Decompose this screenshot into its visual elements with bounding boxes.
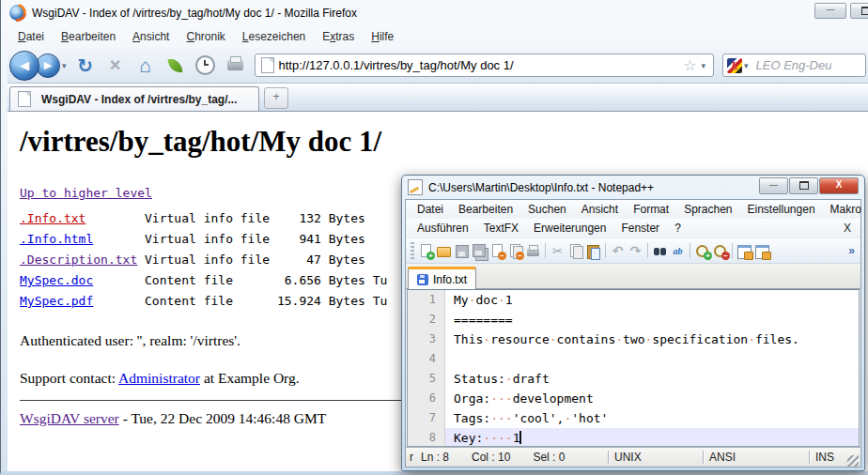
search-box[interactable]: ▾ LEO Eng-Deu [722,54,866,77]
np-menu-datei[interactable]: Datei [410,201,451,218]
file-link--info-html[interactable]: .Info.html [20,229,145,250]
printer-icon [227,60,243,70]
open-icon[interactable] [436,243,452,259]
new-tab-button[interactable]: + [264,87,288,109]
editor-line[interactable]: 4 [408,349,859,369]
undo-icon[interactable]: ↶ [610,243,626,259]
np-menu-suchen[interactable]: Suchen [520,201,574,218]
url-text[interactable]: http://127.0.0.1/virtres/by_tag/hot/My d… [279,58,681,72]
url-dropdown-icon[interactable]: ▾ [701,61,705,70]
menu-lesezeichen[interactable]: Lesezeichen [236,28,312,45]
tab-wsgidav[interactable]: WsgiDAV - Index of /virtres/by_tag/... [9,86,259,111]
zoom-out-icon[interactable]: − [712,243,728,259]
cut-icon[interactable]: ✂ [550,243,566,259]
editor-line[interactable]: 5Status:·draft [408,369,859,389]
maximize-icon [861,7,868,15]
menu-datei[interactable]: Datei [11,28,51,45]
line-text[interactable]: My·doc·1 [445,290,859,310]
paste-icon[interactable] [585,243,601,259]
menu-bearbeiten[interactable]: Bearbeiten [54,28,122,45]
line-text[interactable]: Key:····1 [445,428,859,447]
np-menu-sprachen[interactable]: Sprachen [676,201,739,218]
line-text[interactable]: ======== [445,310,859,329]
find-icon[interactable] [652,243,668,259]
np-menu-ausführen[interactable]: Ausführen [410,220,476,237]
menu-extras[interactable]: Extras [316,28,361,45]
leo-search-engine-icon[interactable] [727,58,742,73]
up-to-higher-level-link[interactable]: Up to higher level [20,183,152,204]
menu-hilfe[interactable]: Hilfe [364,28,400,45]
new-file-icon[interactable]: + [418,243,434,259]
line-text[interactable] [445,349,859,369]
editor-line[interactable]: 8Key:····1 [408,428,859,447]
line-number: 5 [408,369,445,389]
np-menu-format[interactable]: Format [626,201,676,218]
notepadpp-titlebar[interactable]: C:\Users\Martin\Desktop\Info.txt - Notep… [405,176,861,199]
line-text[interactable]: This·resource·contains·two·specification… [445,329,859,349]
toolbar-overflow-icon[interactable]: » [848,244,855,257]
view-lock-1-icon[interactable] [736,243,752,259]
extension-leaf-button[interactable] [163,54,188,78]
wsgidav-server-link[interactable]: WsgiDAV server [20,410,119,426]
file-link-myspec-doc[interactable]: MySpec.doc [20,270,145,291]
line-text[interactable]: Status:·draft [445,369,859,389]
file-link--description-txt[interactable]: .Description.txt [20,250,145,270]
reload-button[interactable]: ↻ [73,54,98,78]
np-menu-einstellungen[interactable]: Einstellungen [740,201,823,218]
stop-button[interactable]: × [103,54,128,78]
firefox-titlebar[interactable]: WsgiDAV - Index of /virtres/by_tag/hot/M… [8,0,868,25]
np-menu-ansicht[interactable]: Ansicht [574,201,626,218]
toolbar-grip[interactable] [411,242,414,259]
whitespace-dot: · [469,293,476,307]
editor-line[interactable]: 6Orga:···development [408,389,859,408]
np-close-button[interactable]: X [819,177,859,194]
np-menu-textfx[interactable]: TextFX [476,220,526,237]
menu-ansicht[interactable]: Ansicht [126,28,176,45]
whitespace-dot: · [483,332,490,346]
np-menu-fenster[interactable]: Fenster [613,220,667,237]
np-doc-close-button[interactable]: X [844,222,860,235]
line-text[interactable]: Orga:···development [445,389,859,408]
print-button[interactable] [224,54,248,78]
close-icon[interactable]: − [489,243,505,259]
print-icon[interactable] [525,243,541,259]
administrator-link[interactable]: Administrator [118,370,200,386]
bookmark-star-icon[interactable]: ☆ [683,56,696,74]
url-bar[interactable]: http://127.0.0.1/virtres/by_tag/hot/My d… [255,54,714,77]
np-restore-button[interactable] [789,177,818,194]
view-lock-2-icon[interactable] [754,243,770,259]
editor-line[interactable]: 3This·resource·contains·two·specificatio… [408,329,859,349]
history-dropdown-icon[interactable]: ▾ [62,61,67,70]
whitespace-dot: · [645,332,653,346]
save-all-icon[interactable] [472,243,488,259]
np-menu-help[interactable]: ? [667,220,689,237]
file-link--info-txt[interactable]: .Info.txt [20,208,145,229]
home-button[interactable]: ⌂ [133,54,158,78]
editor-line[interactable]: 7Tags:···'cool',·'hot' [408,408,859,428]
editor-area[interactable]: 1My·doc·12========3This·resource·contain… [407,289,860,447]
file-link-myspec-pdf[interactable]: MySpec.pdf [20,291,145,312]
editor-line[interactable]: 2======== [408,310,859,329]
minimize-button[interactable]: — [814,3,846,19]
np-menu-erweiterungen[interactable]: Erweiterungen [526,220,613,237]
close-all-icon[interactable]: − [507,243,523,259]
redo-icon[interactable]: ↷ [628,243,643,259]
save-icon[interactable] [454,243,470,259]
menu-chronik[interactable]: Chronik [179,28,231,45]
maximize-button[interactable] [850,3,868,19]
toolbar-separator [690,243,690,258]
replace-icon[interactable]: ab [670,243,686,259]
np-menu-bearbeiten[interactable]: Bearbeiten [451,201,520,218]
np-minimize-button[interactable]: — [759,177,788,194]
zoom-in-icon[interactable]: + [694,243,710,259]
copy-icon[interactable] [567,243,583,259]
tab-info-txt[interactable]: Info.txt [408,267,476,289]
search-engine-dropdown-icon[interactable]: ▾ [744,61,749,70]
back-button[interactable]: ◀ [9,51,39,81]
resize-grip[interactable] [847,455,859,467]
np-menu-makro[interactable]: Makro [823,201,868,218]
line-text[interactable]: Tags:···'cool',·'hot' [445,408,859,428]
history-clock-button[interactable] [194,54,218,78]
editor-line[interactable]: 1My·doc·1 [408,290,859,310]
search-placeholder[interactable]: LEO Eng-Deu [756,58,832,72]
